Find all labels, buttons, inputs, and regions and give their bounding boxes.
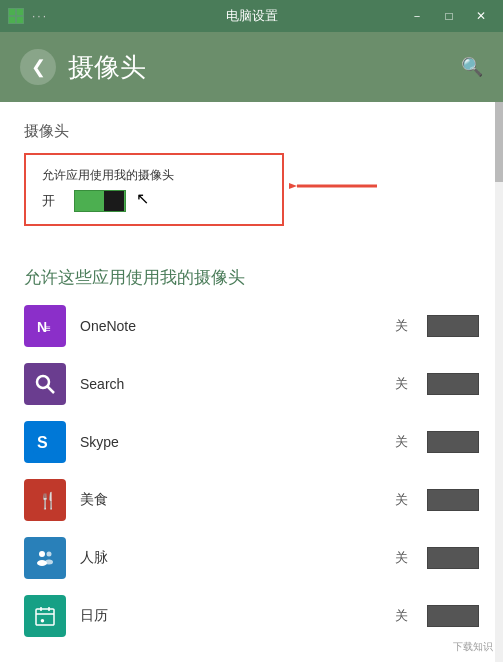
list-item: 人脉 关 xyxy=(24,529,479,587)
main-content: 摄像头 允许应用使用我的摄像头 开 ↖ 允许这些应用使用我的摄像头 xyxy=(0,102,503,662)
svg-rect-2 xyxy=(9,17,15,23)
page-title: 摄像头 xyxy=(68,50,146,85)
back-button[interactable]: ❮ xyxy=(20,49,56,85)
svg-text:🍴: 🍴 xyxy=(38,491,57,510)
camera-permission-label: 允许应用使用我的摄像头 xyxy=(42,167,266,184)
app-icon xyxy=(8,8,24,24)
onenote-icon: N ≡ xyxy=(24,305,66,347)
close-button[interactable]: ✕ xyxy=(467,6,495,26)
svg-text:●: ● xyxy=(40,616,45,625)
maximize-button[interactable]: □ xyxy=(435,6,463,26)
list-item: Search 关 xyxy=(24,355,479,413)
app-toggle[interactable] xyxy=(427,373,479,395)
header-left: ❮ 摄像头 xyxy=(20,49,146,85)
app-name: 日历 xyxy=(80,607,395,625)
app-toggle[interactable] xyxy=(427,489,479,511)
scrollbar-track[interactable] xyxy=(495,102,503,662)
app-toggle[interactable] xyxy=(427,315,479,337)
skype-icon: S xyxy=(24,421,66,463)
app-status: 关 xyxy=(395,607,415,625)
scrollbar-thumb[interactable] xyxy=(495,102,503,182)
app-name: OneNote xyxy=(80,318,395,334)
app-name: 美食 xyxy=(80,491,395,509)
svg-rect-15 xyxy=(33,546,57,570)
app-toggle[interactable] xyxy=(427,547,479,569)
toggle-row: 开 xyxy=(42,190,266,212)
list-item: S Skype 关 xyxy=(24,413,479,471)
app-status: 关 xyxy=(395,317,415,335)
svg-rect-1 xyxy=(17,9,23,15)
svg-line-10 xyxy=(47,386,54,393)
section-title: 摄像头 xyxy=(24,122,479,141)
minimize-button[interactable]: － xyxy=(403,6,431,26)
watermark: 下载知识 xyxy=(453,640,493,654)
title-bar-left: ··· xyxy=(8,8,48,24)
app-toggle[interactable] xyxy=(427,605,479,627)
app-list: N ≡ OneNote 关 Search 关 xyxy=(24,297,479,645)
svg-point-18 xyxy=(47,552,52,557)
app-status: 关 xyxy=(395,549,415,567)
title-bar: ··· 电脑设置 － □ ✕ xyxy=(0,0,503,32)
svg-text:S: S xyxy=(37,434,48,451)
list-item: 🍴 美食 关 xyxy=(24,471,479,529)
app-status: 关 xyxy=(395,433,415,451)
search-icon[interactable]: 🔍 xyxy=(461,56,483,78)
sub-section-title: 允许这些应用使用我的摄像头 xyxy=(24,266,479,289)
svg-point-16 xyxy=(39,551,45,557)
food-icon: 🍴 xyxy=(24,479,66,521)
camera-toggle[interactable] xyxy=(74,190,126,212)
header: ❮ 摄像头 🔍 xyxy=(0,32,503,102)
arrow-indicator xyxy=(289,171,379,201)
svg-point-19 xyxy=(45,560,53,565)
title-bar-controls: － □ ✕ xyxy=(403,6,495,26)
toggle-state-label: 开 xyxy=(42,192,62,210)
list-item: ● 日历 关 xyxy=(24,587,479,645)
camera-permission-box: 允许应用使用我的摄像头 开 ↖ xyxy=(24,153,284,226)
app-name: Skype xyxy=(80,434,395,450)
svg-text:≡: ≡ xyxy=(45,323,51,334)
list-item: N ≡ OneNote 关 xyxy=(24,297,479,355)
app-status: 关 xyxy=(395,491,415,509)
app-toggle[interactable] xyxy=(427,431,479,453)
app-name: Search xyxy=(80,376,395,392)
search-app-icon xyxy=(24,363,66,405)
title-bar-dots: ··· xyxy=(32,9,48,23)
toggle-thumb xyxy=(104,191,124,211)
people-icon xyxy=(24,537,66,579)
svg-rect-3 xyxy=(17,17,23,23)
window-title: 电脑设置 xyxy=(226,7,278,25)
app-name: 人脉 xyxy=(80,549,395,567)
calendar-icon: ● xyxy=(24,595,66,637)
app-status: 关 xyxy=(395,375,415,393)
svg-rect-0 xyxy=(9,9,15,15)
